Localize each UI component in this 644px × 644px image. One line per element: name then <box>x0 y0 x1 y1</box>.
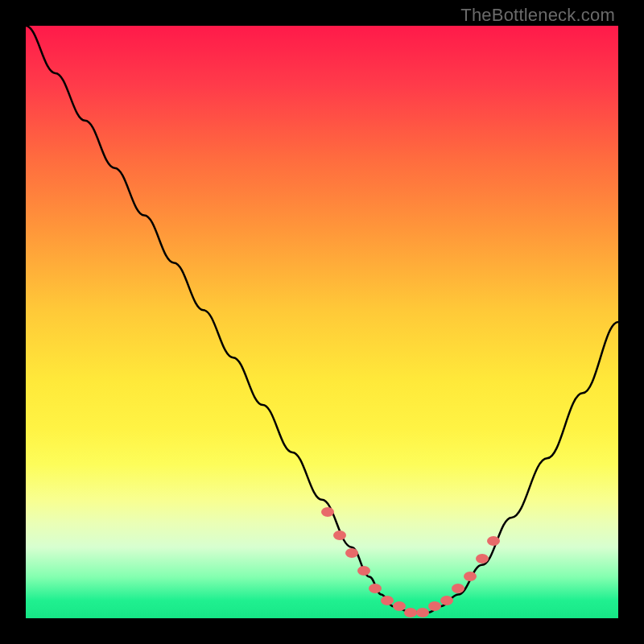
highlight-marker <box>452 584 464 593</box>
highlight-marker <box>381 596 394 605</box>
highlight-marker <box>393 601 406 611</box>
highlight-marker <box>487 536 500 546</box>
bottleneck-curve <box>26 26 618 618</box>
highlight-marker <box>333 530 346 540</box>
highlight-marker <box>440 596 453 605</box>
plot-area <box>26 26 618 618</box>
watermark-text: TheBottleneck.com <box>460 5 615 26</box>
highlight-marker <box>416 608 429 617</box>
highlight-marker <box>321 507 334 517</box>
chart-canvas: TheBottleneck.com <box>0 0 644 644</box>
highlight-marker <box>345 548 358 558</box>
highlight-marker <box>476 554 489 564</box>
highlight-marker <box>404 608 417 617</box>
highlight-marker <box>357 566 370 576</box>
highlight-marker <box>428 601 441 611</box>
highlight-marker <box>369 584 382 593</box>
highlight-marker <box>464 572 477 581</box>
